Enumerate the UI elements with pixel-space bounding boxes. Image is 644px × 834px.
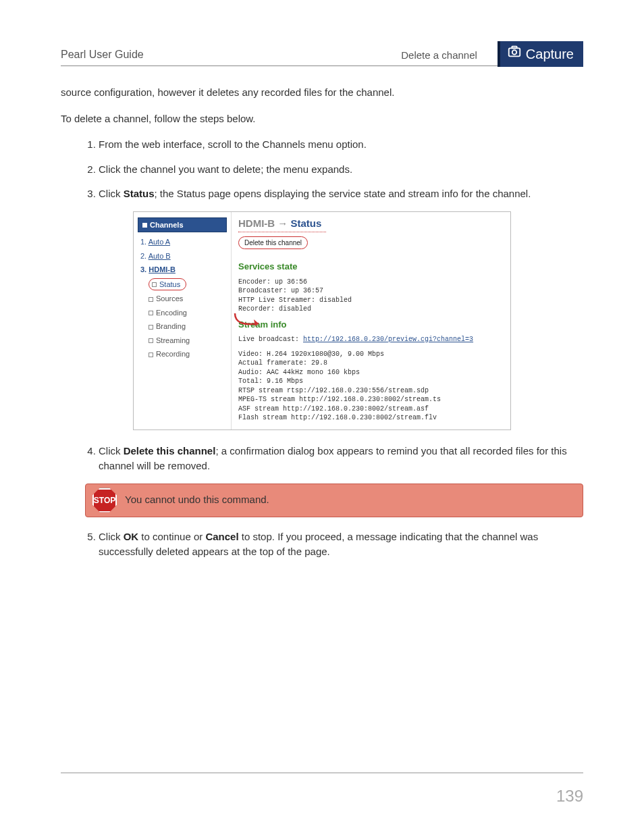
steps-list: From the web interface, scroll to the Ch…	[61, 137, 583, 202]
step-4: Click Delete this channel; a confirmatio…	[99, 444, 583, 474]
fig-sub-encoding[interactable]: Encoding	[149, 307, 227, 319]
fig-sub-branding[interactable]: Branding	[149, 321, 227, 332]
step-3: Click Status; the Status page opens disp…	[99, 186, 583, 202]
fig-ch-2[interactable]: 2. Auto B	[140, 251, 224, 262]
bullet-icon	[149, 338, 153, 343]
fig-stream-details: Video: H.264 1920x1080@30, 9.00 Mbps Act…	[238, 350, 504, 423]
fig-sub-recording[interactable]: Recording	[149, 348, 227, 360]
fig-services-state-heading: Services state	[238, 260, 504, 273]
title-underline	[238, 232, 326, 232]
svg-point-1	[512, 50, 516, 54]
status-screenshot: Channels 1. Auto A 2. Auto B 3. HDMI-B S…	[133, 211, 511, 430]
fig-services-text: Encoder: up 36:56 Broadcaster: up 36:57 …	[238, 278, 504, 314]
steps-list-cont: Click Delete this channel; a confirmatio…	[61, 444, 583, 474]
bullet-icon	[149, 297, 153, 302]
square-icon	[142, 223, 147, 228]
bullet-icon	[149, 311, 153, 315]
intro-p2: To delete a channel, follow the steps be…	[61, 111, 583, 127]
svg-rect-0	[509, 48, 520, 56]
fig-sub-status[interactable]: Status	[149, 278, 227, 291]
live-broadcast-link[interactable]: http://192.168.0.230/preview.cgi?channel…	[303, 336, 473, 343]
capture-tab-label: Capture	[526, 44, 574, 64]
page-header: Pearl User Guide Delete a channel Captur…	[61, 37, 583, 66]
fig-page-title: HDMI-B → Status	[238, 216, 504, 232]
step-5: Click OK to continue or Cancel to stop. …	[99, 529, 583, 560]
bullet-icon	[149, 325, 153, 330]
step-1: From the web interface, scroll to the Ch…	[99, 137, 583, 153]
bullet-icon	[152, 282, 157, 287]
fig-ch-1[interactable]: 1. Auto A	[140, 236, 224, 248]
footer-divider	[61, 773, 583, 773]
fig-sidebar: Channels 1. Auto A 2. Auto B 3. HDMI-B S…	[134, 212, 232, 429]
fig-sub-streaming[interactable]: Streaming	[149, 335, 227, 346]
stop-callout: STOP You cannot undo this command.	[85, 484, 583, 517]
fig-main: HDMI-B → Status Delete this channel Serv…	[232, 212, 510, 429]
delete-channel-button[interactable]: Delete this channel	[238, 236, 308, 249]
camera-icon	[507, 44, 522, 64]
fig-channels-header: Channels	[138, 217, 227, 233]
steps-list-cont2: Click OK to continue or Cancel to stop. …	[61, 529, 583, 560]
page-number: 139	[556, 784, 583, 808]
fig-live-broadcast: Live broadcast: http://192.168.0.230/pre…	[238, 335, 504, 344]
fig-sub-sources[interactable]: Sources	[149, 293, 227, 305]
fig-stream-info-heading: Stream info	[238, 318, 504, 332]
section-title: Delete a channel	[401, 48, 477, 63]
intro-p1: source configuration, however it deletes…	[61, 85, 583, 101]
callout-text: You cannot undo this command.	[125, 492, 269, 508]
step-2: Click the channel you want to delete; th…	[99, 162, 583, 178]
fig-ch-3[interactable]: 3. HDMI-B	[140, 264, 224, 276]
guide-title: Pearl User Guide	[61, 47, 401, 63]
svg-rect-2	[512, 47, 516, 49]
stop-icon: STOP	[92, 488, 117, 513]
capture-tab: Capture	[498, 41, 583, 67]
bullet-icon	[149, 353, 153, 357]
